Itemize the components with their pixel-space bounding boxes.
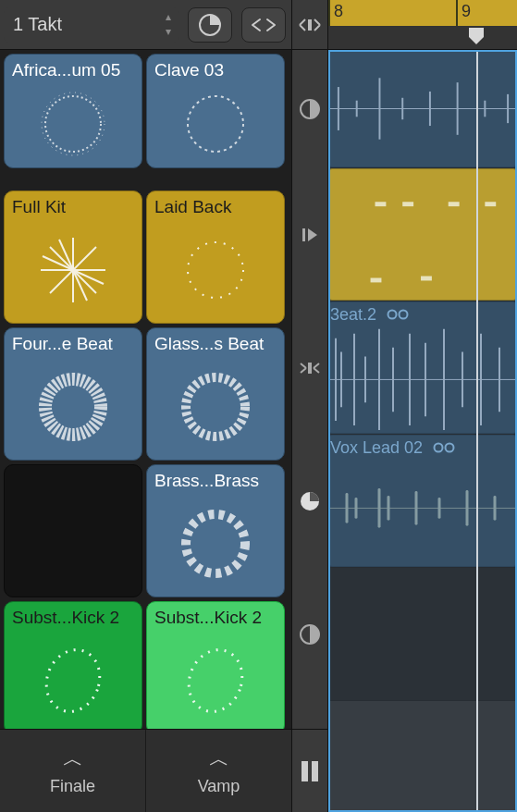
lane-2[interactable]: 3eat.2 — [328, 301, 517, 435]
lane-nudge-2[interactable] — [292, 301, 327, 435]
sparse-ring-icon — [177, 217, 254, 323]
cell-grid: Africa...um 05 Clave 03 Full Kit — [0, 50, 291, 729]
song-section-label: Vamp — [198, 777, 240, 796]
toolbar: 1 Takt ▴ ▾ — [0, 0, 291, 50]
cell-label: Laid Back — [147, 191, 284, 217]
dot-ring-icon — [174, 628, 257, 729]
cell-kick-b[interactable]: Subst...Kick 2 — [146, 601, 285, 729]
song-section-next[interactable]: ︿ Vamp — [146, 730, 291, 812]
lane-1[interactable] — [328, 168, 517, 301]
lane-volume-3[interactable] — [292, 435, 327, 568]
burst-icon — [31, 217, 115, 323]
svg-point-19 — [186, 514, 245, 573]
svg-rect-41 — [449, 202, 460, 206]
waveform-icon — [329, 51, 516, 166]
svg-rect-42 — [485, 202, 496, 206]
ruler[interactable]: 8 9 — [328, 0, 517, 50]
svg-rect-22 — [308, 19, 312, 31]
song-section-nav: ︿ Finale ︿ Vamp — [0, 729, 291, 812]
cell-label: Subst...Kick 2 — [5, 602, 142, 628]
cell-africa[interactable]: Africa...um 05 — [4, 54, 142, 168]
chevron-up-icon: ▴ — [166, 11, 171, 22]
svg-rect-29 — [312, 761, 318, 781]
svg-point-20 — [38, 642, 108, 719]
live-loops-panel: 1 Takt ▴ ▾ Africa...um 05 — [0, 0, 291, 812]
cell-label: Clave 03 — [147, 55, 284, 80]
lane-controls-column — [291, 0, 328, 812]
waveform-ring-icon — [34, 80, 112, 167]
waveform-icon — [328, 435, 517, 567]
dot-ring-icon — [31, 628, 115, 729]
cell-label: Glass...s Beat — [147, 328, 284, 354]
svg-line-9 — [73, 270, 96, 293]
lane-3[interactable]: Vox Lead 02 — [328, 435, 517, 568]
pause-icon — [300, 759, 320, 783]
svg-rect-44 — [421, 277, 432, 281]
song-section-prev[interactable]: ︿ Finale — [0, 730, 146, 812]
quantize-value: 1 Takt — [13, 14, 62, 35]
play-small-icon — [301, 226, 319, 244]
cell-laidback[interactable]: Laid Back — [146, 191, 285, 324]
svg-rect-28 — [302, 761, 308, 781]
cell-label: Africa...um 05 — [5, 55, 142, 80]
svg-rect-25 — [308, 363, 312, 374]
metronome-button[interactable] — [188, 7, 232, 43]
stretch-icon — [250, 16, 277, 34]
stretch-button[interactable] — [241, 7, 286, 43]
half-circle-icon — [299, 98, 321, 120]
song-section-label: Finale — [50, 777, 95, 796]
lane-play-1[interactable] — [292, 168, 327, 301]
waveform-icon — [328, 301, 517, 434]
bar-number: 8 — [334, 2, 343, 21]
pie-icon — [198, 13, 222, 37]
trigger-icon — [298, 17, 322, 33]
pause-button[interactable] — [292, 729, 327, 812]
cell-kick-a[interactable]: Subst...Kick 2 — [4, 601, 142, 729]
cell-label: Full Kit — [5, 191, 142, 217]
cell-label: Four...e Beat — [5, 328, 142, 354]
svg-line-11 — [50, 270, 73, 293]
cell-fourbeat[interactable]: Four...e Beat — [4, 327, 142, 461]
cell-glassbeat[interactable]: Glass...s Beat — [146, 327, 285, 461]
cell-clave[interactable]: Clave 03 — [146, 54, 285, 168]
svg-rect-40 — [402, 202, 413, 206]
svg-point-1 — [45, 96, 101, 152]
nudge-icon — [298, 360, 322, 376]
cell-label: Subst...Kick 2 — [147, 602, 284, 628]
cell-label: Brass...Brass — [147, 465, 284, 491]
svg-line-10 — [73, 247, 96, 270]
cell-brass[interactable]: Brass...Brass — [146, 464, 285, 597]
quarter-pie-icon — [299, 490, 321, 512]
lane-volume-4[interactable] — [292, 568, 327, 701]
timeline-panel: 8 9 — [291, 0, 517, 812]
playhead-icon — [467, 26, 486, 46]
waveform-ring-icon — [177, 80, 254, 167]
svg-rect-39 — [375, 202, 387, 206]
svg-point-2 — [42, 92, 105, 155]
bar-number: 9 — [462, 2, 471, 21]
quantize-select[interactable]: 1 Takt ▴ ▾ — [4, 7, 178, 43]
svg-point-21 — [180, 642, 251, 719]
half-circle-icon — [299, 623, 321, 646]
svg-rect-24 — [302, 228, 305, 241]
svg-rect-43 — [371, 278, 382, 283]
lane-0[interactable] — [328, 50, 517, 168]
chevron-up-icon: ︿ — [63, 745, 83, 773]
dash-ring-icon — [174, 491, 257, 597]
svg-line-8 — [50, 247, 73, 270]
lane-4[interactable] — [328, 568, 517, 701]
midi-notes-icon — [329, 169, 516, 300]
trigger-all-button[interactable] — [292, 0, 327, 50]
chevron-down-icon: ▾ — [166, 26, 171, 37]
timeline[interactable]: 8 9 — [328, 0, 517, 812]
jagged-ring-icon — [31, 354, 115, 460]
jagged-ring-icon — [174, 354, 257, 460]
playhead-handle[interactable] — [467, 26, 486, 46]
cell-empty[interactable] — [4, 464, 142, 597]
svg-point-17 — [45, 379, 101, 435]
cell-fullkit[interactable]: Full Kit — [4, 191, 142, 324]
chevron-up-icon: ︿ — [209, 745, 229, 773]
lane-volume-0[interactable] — [292, 50, 327, 168]
playhead-line — [476, 50, 478, 812]
svg-point-16 — [188, 242, 243, 298]
